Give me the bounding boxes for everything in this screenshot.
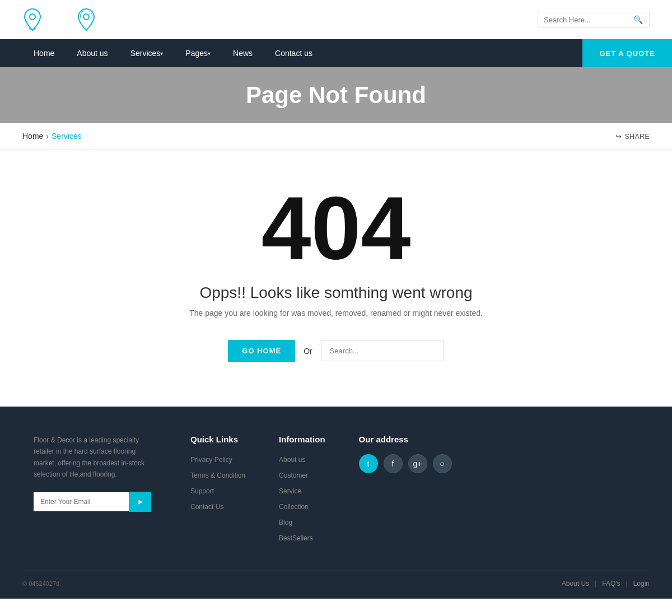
nav-home[interactable]: Home: [22, 39, 66, 67]
error-section: 404 Opps!! Looks like somthing went wron…: [0, 150, 672, 407]
nav-about[interactable]: About us: [66, 39, 119, 67]
search-input[interactable]: [544, 16, 633, 24]
footer-bottom: © 04624027d. About Us | FAQ's | Login: [22, 571, 650, 587]
footer-brand: Floor & Decor is a leading specialty ret…: [34, 435, 157, 548]
facebook-icon[interactable]: f: [384, 454, 403, 473]
search-bar: 🔍: [538, 12, 650, 27]
error-description: The page you are looking for was moved, …: [189, 309, 483, 318]
get-quote-button[interactable]: GET A QUOTE: [582, 39, 672, 67]
breadcrumb: Home › Services: [22, 132, 82, 141]
top-bar: 🔍: [0, 0, 672, 39]
error-title: Opps!! Looks like somthing went wrong: [199, 284, 472, 302]
link-privacy[interactable]: Privacy Policy: [190, 456, 232, 464]
list-item: Terms & Condition: [190, 470, 245, 480]
link-contact-us[interactable]: Contact Us: [190, 503, 223, 511]
footer-top: Floor & Decor is a leading specialty ret…: [22, 435, 650, 548]
footer-information: Information About us Customer Service Co…: [279, 435, 325, 548]
list-item: Privacy Policy: [190, 454, 245, 464]
footer-email-form: ➤: [34, 492, 157, 512]
footer-quick-links: Quick Links Privacy Policy Terms & Condi…: [190, 435, 245, 548]
breadcrumb-bar: Home › Services ↪ SHARE: [0, 123, 672, 150]
nav-contact[interactable]: Contact us: [264, 39, 324, 67]
nav-services[interactable]: Services: [119, 39, 175, 67]
breadcrumb-active[interactable]: Services: [52, 132, 82, 141]
svg-point-0: [30, 14, 35, 20]
other-social-icon[interactable]: ○: [433, 454, 452, 473]
link-blog[interactable]: Blog: [279, 519, 292, 526]
search-icon[interactable]: 🔍: [633, 15, 643, 24]
footer-email-submit[interactable]: ➤: [129, 492, 151, 512]
hero-banner: Page Not Found: [0, 67, 672, 123]
go-home-button[interactable]: GO HOME: [228, 340, 295, 362]
nav-pages[interactable]: Pages: [174, 39, 222, 67]
footer-quick-links-list: Privacy Policy Terms & Condition Support…: [190, 454, 245, 511]
footer-bottom-links: About Us | FAQ's | Login: [562, 580, 650, 587]
footer-address: Our address t f g+ ○: [359, 435, 452, 548]
link-terms[interactable]: Terms & Condition: [190, 472, 245, 479]
link-support[interactable]: Support: [190, 487, 214, 495]
link-about-us[interactable]: About us: [279, 456, 305, 464]
footer: Floor & Decor is a leading specialty ret…: [0, 407, 672, 599]
link-customer[interactable]: Customer: [279, 472, 308, 479]
list-item: About us: [279, 454, 325, 464]
list-item: Collection: [279, 501, 325, 511]
svg-point-1: [83, 14, 89, 20]
breadcrumb-chevron: ›: [46, 132, 49, 141]
error-search-input[interactable]: [321, 340, 444, 361]
footer-faq-link[interactable]: FAQ's: [602, 580, 620, 587]
copyright: © 04624027d.: [22, 580, 61, 587]
logo-icon-1: [22, 8, 43, 31]
error-actions: GO HOME Or: [228, 340, 444, 362]
footer-about-link[interactable]: About Us: [562, 580, 589, 587]
gplus-icon[interactable]: g+: [408, 454, 427, 473]
list-item: Support: [190, 486, 245, 496]
share-button[interactable]: ↪ SHARE: [615, 132, 650, 141]
footer-login-link[interactable]: Login: [633, 580, 650, 587]
footer-email-input[interactable]: [34, 492, 129, 511]
error-code: 404: [262, 183, 411, 273]
link-service[interactable]: Service: [279, 487, 301, 495]
list-item: Blog: [279, 517, 325, 527]
nav-links: Home About us Services Pages News Contac…: [0, 39, 582, 67]
or-label: Or: [304, 347, 312, 356]
footer-quick-links-heading: Quick Links: [190, 435, 245, 444]
separator-2: |: [626, 580, 628, 587]
twitter-icon[interactable]: t: [359, 454, 378, 473]
link-bestsellers[interactable]: BestSellers: [279, 534, 313, 542]
main-nav: Home About us Services Pages News Contac…: [0, 39, 672, 67]
nav-news[interactable]: News: [222, 39, 264, 67]
logo-area: [22, 8, 96, 31]
footer-information-heading: Information: [279, 435, 325, 444]
separator-1: |: [595, 580, 596, 587]
hero-title: Page Not Found: [246, 82, 426, 109]
social-icons: t f g+ ○: [359, 454, 452, 473]
link-collection[interactable]: Collection: [279, 503, 309, 511]
list-item: Service: [279, 486, 325, 496]
share-label: SHARE: [624, 132, 650, 141]
list-item: BestSellers: [279, 533, 325, 543]
footer-information-list: About us Customer Service Collection Blo…: [279, 454, 325, 543]
logo-icon-2: [76, 8, 96, 31]
footer-brand-desc: Floor & Decor is a leading specialty ret…: [34, 435, 157, 480]
footer-address-heading: Our address: [359, 435, 452, 444]
list-item: Customer: [279, 470, 325, 480]
share-icon: ↪: [615, 132, 622, 141]
list-item: Contact Us: [190, 501, 245, 511]
breadcrumb-home[interactable]: Home: [22, 132, 43, 141]
